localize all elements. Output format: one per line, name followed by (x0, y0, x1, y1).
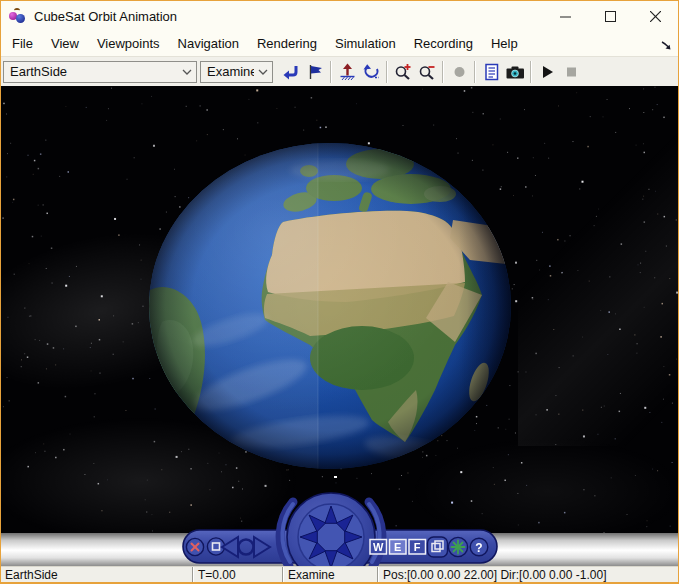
status-navigation-mode: Examine (284, 567, 377, 582)
status-time: T=0.00 (194, 567, 282, 582)
menu-file[interactable]: File (3, 33, 42, 54)
menu-rendering[interactable]: Rendering (248, 33, 326, 54)
navigation-console: W E F (178, 488, 504, 566)
close-icon (650, 11, 661, 22)
stop-button[interactable] (559, 60, 583, 84)
undo-move-button[interactable] (359, 60, 383, 84)
console-close-button[interactable] (186, 538, 203, 555)
menu-recording[interactable]: Recording (405, 33, 482, 54)
console-help-button[interactable]: ? (470, 538, 488, 556)
viewpoint-select-value: EarthSide (4, 64, 178, 79)
record-icon (450, 63, 469, 81)
play-icon (538, 63, 557, 81)
play-button[interactable] (535, 60, 559, 84)
zoom-in-button[interactable] (391, 60, 415, 84)
zoom-out-button[interactable] (415, 60, 439, 84)
menu-navigation[interactable]: Navigation (169, 33, 248, 54)
examine-label: E (394, 541, 401, 553)
console-cube-view-button[interactable] (428, 537, 448, 557)
stop-icon (562, 63, 581, 81)
chevron-down-icon (254, 69, 272, 75)
menu-bar: File View Viewpoints Navigation Renderin… (1, 31, 678, 56)
3d-viewport[interactable]: W E F (1, 86, 678, 566)
create-viewpoint-button[interactable] (303, 60, 327, 84)
console-walk-button[interactable]: W (370, 540, 387, 555)
menu-simulation[interactable]: Simulation (326, 33, 405, 54)
menu-help[interactable]: Help (482, 33, 527, 54)
status-camera-position: Pos:[0.00 0.00 22.00] Dir:[0.00 0.00 -1.… (379, 567, 678, 582)
return-to-viewpoint-button[interactable] (279, 60, 303, 84)
zoom-in-icon (394, 63, 413, 81)
world-info-button[interactable] (479, 60, 503, 84)
undo-move-icon (362, 63, 381, 81)
help-label: ? (475, 541, 482, 555)
world-info-icon (482, 63, 501, 81)
maximize-icon (605, 11, 616, 22)
cubesat-satellite (334, 476, 337, 478)
straighten-up-button[interactable] (335, 60, 359, 84)
status-bar: EarthSide T=0.00 Examine Pos:[0.00 0.00 … (1, 566, 678, 582)
record-button[interactable] (447, 60, 471, 84)
capture-frame-camera-icon (505, 63, 526, 81)
app-icon (8, 7, 28, 25)
viewpoint-select[interactable]: EarthSide (3, 61, 197, 83)
capture-frame-button[interactable] (503, 60, 527, 84)
green-splat-icon (452, 541, 465, 554)
app-window: CubeSat Orbit Animation File View Viewpo… (0, 0, 679, 584)
collapse-pane-arrow-icon[interactable] (661, 37, 672, 55)
maximize-button[interactable] (588, 1, 633, 31)
console-home-button[interactable] (448, 537, 467, 556)
menu-view[interactable]: View (42, 33, 88, 54)
zoom-out-icon (418, 63, 437, 81)
minimize-button[interactable] (543, 1, 588, 31)
earth-globe (148, 142, 512, 470)
navigation-mode-value: Examine (201, 64, 254, 79)
fly-label: F (414, 541, 421, 553)
window-title: CubeSat Orbit Animation (34, 9, 543, 24)
return-to-viewpoint-icon (282, 63, 301, 81)
minimize-icon (560, 11, 571, 22)
console-examine-button[interactable]: E (390, 540, 407, 555)
title-bar[interactable]: CubeSat Orbit Animation (1, 1, 678, 31)
navigation-mode-select[interactable]: Examine (200, 61, 273, 83)
status-viewpoint: EarthSide (1, 567, 192, 582)
chevron-down-icon (178, 69, 196, 75)
walk-label: W (373, 541, 384, 553)
straighten-up-icon (338, 63, 357, 81)
menu-viewpoints[interactable]: Viewpoints (88, 33, 169, 54)
toolbar: EarthSide Examine (1, 56, 678, 86)
close-button[interactable] (633, 1, 678, 31)
create-viewpoint-flag-icon (306, 63, 325, 81)
console-fly-button[interactable]: F (409, 540, 426, 555)
